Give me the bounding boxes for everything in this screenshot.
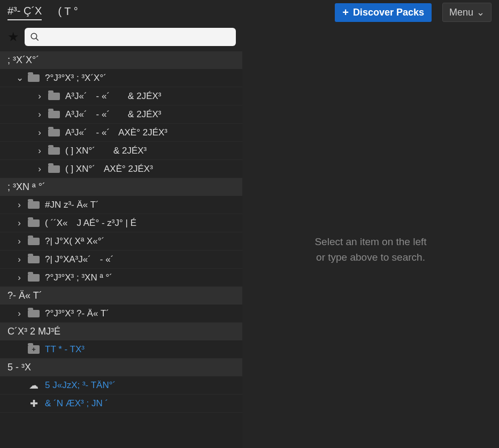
svg-line-1 xyxy=(36,38,39,41)
topbar: #³- Ç´X ( T ° + Discover Packs Menu ⌄ xyxy=(0,0,499,25)
tree-row[interactable]: ›?| J°X( Xª X«°´ xyxy=(0,232,242,250)
tree-row[interactable]: ›A³J«´ - «´ AXÈ° 2JÉX³ xyxy=(0,124,242,142)
empty-line1: Select an item on the left xyxy=(314,234,426,250)
tree-row-label: A³J«´ - «´ & 2JÉX³ xyxy=(65,109,161,120)
folder-icon xyxy=(28,201,40,209)
tree-row-label: #JN z³- Ä« T´ xyxy=(45,200,99,210)
section-header: C´X³ 2 MJ³É xyxy=(0,323,242,340)
tree-row[interactable]: +TT * - TX³ xyxy=(0,340,242,359)
folder-icon xyxy=(28,238,40,245)
search-row: ★ xyxy=(0,25,499,51)
tree-row-label: TT * - TX³ xyxy=(45,344,85,355)
discover-packs-button[interactable]: + Discover Packs xyxy=(335,3,432,22)
chevron-down-icon: ⌄ xyxy=(477,6,485,18)
tree-row[interactable]: ›( ´´X« J AÉ° - z³J° | É xyxy=(0,214,242,232)
menu-label: Menu xyxy=(449,7,473,18)
tree-row[interactable]: ›A³J«´ - «´ & 2JÉX³ xyxy=(0,105,242,124)
plus-icon: ✚ xyxy=(28,398,40,409)
section-header: ; ³XN ª °´ xyxy=(0,178,242,196)
folder-icon xyxy=(48,93,60,100)
chevron-right-icon[interactable]: › xyxy=(16,308,22,319)
folder-icon xyxy=(48,129,60,136)
chevron-right-icon[interactable]: › xyxy=(36,164,43,174)
chevron-right-icon[interactable]: › xyxy=(16,200,22,210)
chevron-right-icon[interactable]: › xyxy=(36,146,43,156)
tree-row[interactable]: ✚& ´N ÆX³ ; JN ´ xyxy=(0,394,242,413)
tree-row-label: A³J«´ - «´ & 2JÉX³ xyxy=(65,91,161,102)
empty-line2: or type above to search. xyxy=(314,250,426,265)
svg-point-0 xyxy=(31,33,37,39)
tree-row[interactable]: ›?°J³°X³ ; ³XN ª °´ xyxy=(0,269,242,287)
tree-row-label: ( ] XN°´ AXÈ° 2JÉX³ xyxy=(65,164,153,174)
tab-primary[interactable]: #³- Ç´X xyxy=(7,5,42,20)
section-header: 5 - ³X xyxy=(0,359,242,376)
main: ; ³X´X°´⌄?°J³°X³ ; ³X´X°´›A³J«´ - «´ & 2… xyxy=(0,51,499,448)
tree-row[interactable]: ›#JN z³- Ä« T´ xyxy=(0,196,242,214)
tree-row-label: ?°J³°X³ ; ³XN ª °´ xyxy=(45,272,112,283)
chevron-right-icon[interactable]: › xyxy=(36,127,43,138)
tree-row[interactable]: ›?| J°XA³J«´ - «´ xyxy=(0,250,242,269)
tab-secondary[interactable]: ( T ° xyxy=(58,5,78,20)
tree-row-label: ( ´´X« J AÉ° - z³J° | É xyxy=(45,218,136,229)
cloud-download-icon: ☁ xyxy=(28,379,40,391)
right-panel: Select an item on the left or type above… xyxy=(242,51,499,448)
plus-icon: + xyxy=(342,6,349,19)
chevron-right-icon[interactable]: › xyxy=(36,91,43,102)
folder-icon xyxy=(28,219,40,227)
tree-row[interactable]: ›A³J«´ - «´ & 2JÉX³ xyxy=(0,87,242,105)
section-header: ?- Ä« T´ xyxy=(0,287,242,305)
chevron-down-icon[interactable]: ⌄ xyxy=(16,72,22,83)
folder-icon xyxy=(48,147,60,155)
folder-icon xyxy=(28,310,40,317)
tree-row-label: ?°J³°X³ ; ³X´X°´ xyxy=(45,73,106,83)
tree-row[interactable]: ⌄?°J³°X³ ; ³X´X°´ xyxy=(0,69,242,87)
tree-row-label: 5 J«JzX; ³- TÄN°´ xyxy=(45,380,116,391)
tree-row-label: & ´N ÆX³ ; JN ´ xyxy=(45,398,108,409)
folder-icon xyxy=(48,111,60,118)
menu-button[interactable]: Menu ⌄ xyxy=(442,3,492,22)
section-header: ; ³X´X°´ xyxy=(0,51,242,69)
search-input[interactable] xyxy=(25,28,236,46)
left-panel: ; ³X´X°´⌄?°J³°X³ ; ³X´X°´›A³J«´ - «´ & 2… xyxy=(0,51,242,448)
tree-row-label: ( ] XN°´ & 2JÉX³ xyxy=(65,146,147,156)
chevron-right-icon[interactable]: › xyxy=(16,218,22,229)
search-wrap xyxy=(25,28,236,46)
folder-icon xyxy=(28,74,40,82)
tab-bar: #³- Ç´X ( T ° xyxy=(7,5,324,20)
tree-row-label: ?| J°XA³J«´ - «´ xyxy=(45,254,113,265)
folder-icon xyxy=(48,165,60,173)
tree-row[interactable]: ☁5 J«JzX; ³- TÄN°´ xyxy=(0,376,242,394)
tree-row[interactable]: ›( ] XN°´ & 2JÉX³ xyxy=(0,142,242,160)
folder-icon xyxy=(28,256,40,263)
chevron-right-icon[interactable]: › xyxy=(36,109,43,120)
tree-row[interactable]: ›( ] XN°´ AXÈ° 2JÉX³ xyxy=(0,160,242,178)
tree-row-label: A³J«´ - «´ AXÈ° 2JÉX³ xyxy=(65,127,167,138)
tree-row-label: ?| J°X( Xª X«°´ xyxy=(45,236,104,247)
star-icon[interactable]: ★ xyxy=(7,29,19,44)
folder-plus-icon: + xyxy=(28,345,40,354)
search-icon xyxy=(30,32,40,42)
tree-row[interactable]: ›?°J³°X³ ?- Ä« T´ xyxy=(0,305,242,323)
folder-icon xyxy=(28,274,40,282)
tree-row-label: ?°J³°X³ ?- Ä« T´ xyxy=(45,308,109,319)
chevron-right-icon[interactable]: › xyxy=(16,236,22,247)
chevron-right-icon[interactable]: › xyxy=(16,254,22,265)
discover-packs-label: Discover Packs xyxy=(353,7,424,18)
chevron-right-icon[interactable]: › xyxy=(16,272,22,283)
